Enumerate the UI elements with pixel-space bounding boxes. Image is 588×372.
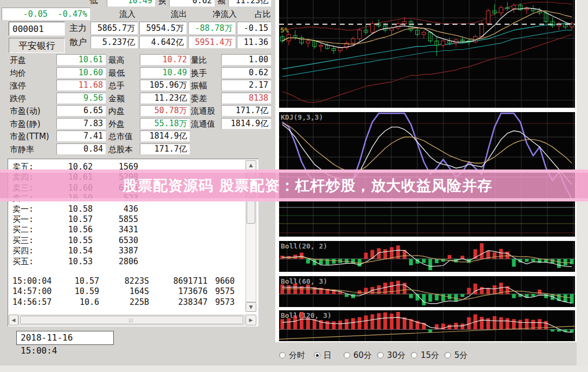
period-label: 日 — [324, 350, 332, 361]
orderbook-row[interactable]: 买一:10.575855 — [9, 214, 242, 225]
orderbook-row[interactable]: 买三:10.556530 — [9, 236, 242, 246]
amount-value: 11.23亿 — [228, 0, 272, 7]
radio-icon[interactable] — [314, 352, 320, 358]
quote-field-value: 6.65 — [56, 105, 106, 116]
horizontal-scrollbar[interactable] — [18, 315, 245, 325]
orderbook-row[interactable]: 买五:10.532806 — [9, 257, 242, 267]
main-force-outflow: 5954.5万 — [139, 22, 187, 35]
list-cell: 14:56:57 — [12, 297, 56, 308]
quote-field-value: 55.18万 — [140, 118, 190, 129]
ad-banner-text: 股票配资源码 股票配资：杠杆炒股，放大收益风险并存 — [0, 176, 492, 195]
turnover-value: 0.62 — [169, 0, 215, 7]
list-cell: 10.6 — [56, 297, 99, 308]
boll120-indicator-chart[interactable]: Boll(120, 3) — [279, 310, 575, 341]
quote-field-value: 1814.9亿 — [140, 130, 190, 142]
boll60-label: Boll(60, 3) — [281, 277, 327, 285]
period-option-6[interactable]: 5分 — [444, 350, 468, 361]
orderbook-row[interactable]: 卖一:10.58436 — [9, 204, 242, 214]
quote-field-value: 10.72 — [140, 54, 190, 66]
main-force-label: 主力 — [69, 22, 87, 35]
quote-field-value: 11.68 — [56, 80, 106, 91]
list-cell: 买三: — [12, 236, 45, 246]
list-cell: 238347 — [149, 297, 208, 308]
quote-field-value: 0.84 — [56, 143, 106, 155]
quote-field-label: 流通股 — [191, 105, 220, 117]
quote-field-value: 171.7亿 — [140, 143, 190, 155]
quote-field-value: 8138 — [221, 93, 272, 104]
list-cell: 225B — [99, 297, 149, 308]
period-option-5[interactable]: 15分 — [411, 350, 439, 361]
quote-grid-row: 跌停9.56金额11.23亿委差8138 — [0, 93, 276, 106]
radio-icon[interactable] — [279, 352, 286, 358]
change-value: -0.05 — [23, 9, 48, 19]
tick-row[interactable]: 15:00:0410.578223S86917119660 — [9, 276, 242, 286]
boll20-indicator-chart[interactable]: Boll(20, 2) — [279, 241, 575, 272]
radio-icon[interactable] — [444, 352, 451, 358]
list-cell: 6530 — [93, 236, 138, 246]
flow-header-in: 流入 — [98, 8, 135, 21]
quote-field-label: 市盈(TTM) — [10, 130, 55, 142]
radio-icon[interactable] — [411, 352, 417, 358]
quote-field-label: 市盈(动) — [10, 105, 55, 117]
tick-row[interactable]: 14:57:0010.59164S1736769575 — [9, 286, 242, 297]
list-cell: 买一: — [12, 214, 45, 225]
quote-field-label: 最高 — [108, 54, 139, 66]
list-cell: 14:57:00 — [12, 286, 56, 297]
list-cell: 买五: — [12, 257, 45, 267]
scroll-right-button[interactable]: ▶ — [245, 315, 256, 325]
boll60-indicator-chart[interactable]: Boll(60, 3) — [279, 276, 575, 307]
main-candlestick-chart[interactable]: 5% — [279, 0, 575, 108]
quote-field-label: 外盘 — [108, 118, 139, 130]
bottom-strip — [0, 366, 588, 372]
quote-field-label: 振幅 — [191, 80, 220, 92]
flow-header-ratio: 占比 — [237, 8, 271, 21]
change-percent: -0.47% — [58, 9, 87, 19]
list-cell: 9660 — [208, 276, 235, 286]
quote-field-label: 总市值 — [108, 130, 139, 142]
main-force-inflow: 5865.7万 — [91, 22, 138, 35]
period-option-3[interactable]: 60分 — [344, 350, 372, 361]
list-cell: 8223S — [99, 276, 149, 286]
quote-field-label: 换手 — [191, 67, 220, 79]
low-label: 低 — [89, 0, 98, 7]
scroll-up-button[interactable]: ▲ — [245, 160, 256, 170]
retail-ratio: 11.36 — [237, 36, 272, 49]
quote-grid-row: 涨停11.68总手105.96万振幅2.17 — [0, 80, 276, 93]
radio-icon[interactable] — [377, 352, 384, 358]
list-cell: 8691711 — [149, 276, 208, 286]
list-cell: 10.54 — [45, 246, 93, 256]
horizontal-scroll-thumb[interactable] — [20, 316, 243, 324]
list-cell: 9573 — [208, 297, 235, 308]
quote-field-label: 流通值 — [191, 118, 220, 130]
stock-code-input[interactable] — [9, 22, 65, 36]
main-force-net: -88.78万 — [188, 22, 236, 35]
flow-header-out: 流出 — [149, 8, 187, 21]
period-option-2[interactable]: 日 — [314, 350, 332, 361]
period-label: 60分 — [353, 350, 372, 361]
quote-field-label: 量比 — [191, 54, 220, 66]
kdj-label: KDJ(9,3,3) — [281, 113, 323, 121]
period-option-4[interactable]: 30分 — [377, 350, 405, 361]
quote-field-label: 均价 — [10, 67, 55, 79]
quote-field-value: 2.17 — [221, 80, 272, 91]
scroll-down-button[interactable]: ▼ — [245, 302, 256, 312]
quote-grid-row: 开盘10.61最高10.72量比1.00 — [0, 54, 276, 67]
orderbook-row[interactable]: 买四:10.543387 — [9, 246, 242, 256]
list-cell: 10.56 — [45, 225, 93, 235]
list-cell: 3431 — [93, 225, 138, 235]
retail-outflow: 4.642亿 — [139, 36, 187, 49]
period-label: 5分 — [454, 350, 468, 361]
list-cell: 15:00:04 — [12, 276, 56, 286]
orderbook-row[interactable]: 买二:10.563431 — [9, 225, 242, 235]
period-option-1[interactable]: 分时 — [279, 350, 305, 361]
radio-icon[interactable] — [344, 352, 350, 358]
boll120-label: Boll(120, 3) — [281, 311, 332, 319]
quote-field-label: 总手 — [108, 80, 139, 92]
change-box: -0.05 -0.47% — [2, 8, 91, 21]
tick-row[interactable]: 14:56:5710.6225B2383479573 — [9, 297, 242, 308]
scroll-left-button[interactable]: ◀ — [9, 315, 18, 325]
list-cell: 164S — [99, 286, 149, 297]
period-selector: 分时日60分30分15分5分 — [279, 349, 577, 362]
quote-field-value: 10.61 — [56, 54, 106, 66]
quote-grid-row: 市静率0.84总股本171.7亿 — [0, 143, 276, 156]
